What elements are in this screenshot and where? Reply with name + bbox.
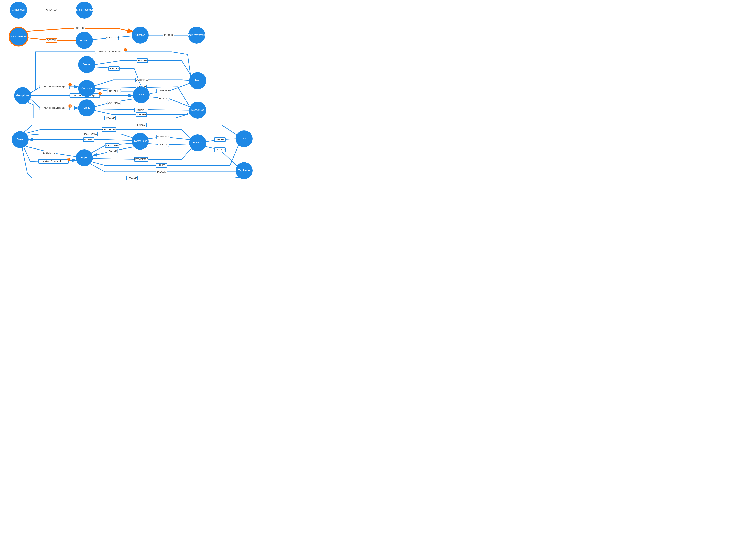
e-mu-mult-cont[interactable]: Multiple Relationships2	[30, 83, 78, 93]
e-tu-mentioned-rt[interactable]: MENTIONED	[148, 135, 190, 140]
e-group-contained[interactable]: CONTAINED	[95, 99, 134, 107]
node-event[interactable]: Event	[189, 72, 206, 89]
svg-point-58	[236, 130, 253, 147]
svg-rect-28	[157, 135, 170, 139]
e-graph-contained[interactable]: CONTAINED	[150, 83, 190, 94]
svg-rect-17	[135, 78, 149, 82]
svg-point-46	[188, 27, 205, 44]
svg-rect-21	[136, 113, 147, 117]
svg-rect-33	[107, 149, 118, 153]
e-tu-posted-rt[interactable]: POSTED	[148, 143, 190, 147]
svg-point-54	[12, 131, 29, 148]
svg-rect-15	[109, 67, 119, 71]
node-twitter_user[interactable]: Twitter:User	[132, 133, 149, 150]
svg-rect-26	[84, 132, 98, 136]
svg-point-52	[189, 72, 206, 89]
svg-rect-31	[214, 148, 225, 152]
node-reply[interactable]: Reply	[76, 149, 93, 166]
e-tu-posted-reply[interactable]: POSTED	[93, 147, 134, 156]
svg-rect-38	[39, 159, 68, 163]
svg-rect-22	[157, 89, 170, 93]
svg-rect-29	[158, 143, 169, 147]
svg-rect-32	[105, 144, 119, 148]
svg-point-42	[76, 2, 93, 19]
node-meetup_user[interactable]: Meetup:User	[14, 87, 31, 104]
svg-rect-30	[214, 138, 225, 142]
svg-rect-19	[107, 101, 121, 105]
svg-rect-13	[105, 116, 116, 120]
svg-rect-27	[83, 138, 94, 142]
e-rt-linked[interactable]: LINKED	[206, 138, 236, 142]
svg-point-44	[76, 32, 93, 49]
svg-rect-16	[107, 89, 121, 93]
svg-rect-7	[40, 85, 70, 89]
node-github_user[interactable]: GitHub:User	[10, 2, 27, 19]
badge	[98, 92, 102, 95]
node-meetup_tag[interactable]: Meetup:Tag	[189, 102, 206, 119]
node-answer[interactable]: Answer	[76, 32, 93, 49]
node-question[interactable]: Question	[132, 27, 149, 44]
node-so_tag[interactable]: StackOverflow:Tag	[187, 27, 207, 44]
e-rt-tagged[interactable]: TAGGED	[205, 146, 238, 167]
svg-rect-23	[158, 97, 169, 101]
node-container[interactable]: Container	[78, 80, 95, 97]
svg-point-48	[78, 56, 95, 73]
svg-rect-35	[156, 163, 167, 167]
svg-rect-3	[106, 36, 119, 40]
badge	[68, 83, 72, 86]
node-tweet[interactable]: Tweet	[12, 131, 29, 148]
svg-rect-0	[46, 8, 57, 12]
badge	[67, 158, 70, 161]
svg-rect-34	[134, 157, 148, 161]
node-twitter_tag[interactable]: Tag:Twitter	[236, 162, 253, 179]
svg-point-56	[132, 133, 149, 150]
svg-point-59	[236, 162, 253, 179]
svg-point-41	[10, 2, 27, 19]
node-github_repo[interactable]: GitHub:Repository	[74, 2, 94, 19]
svg-rect-37	[41, 151, 56, 155]
svg-rect-1	[46, 38, 57, 42]
e-cont-contained-ev[interactable]: CONTAINED	[95, 78, 189, 86]
svg-rect-24	[136, 123, 147, 127]
e-tweet-linked[interactable]: LINKED	[24, 123, 237, 135]
svg-point-45	[132, 27, 149, 44]
svg-rect-4	[163, 33, 174, 37]
e-tweet-replied[interactable]: REPLIED_TO	[26, 146, 76, 157]
svg-point-50	[78, 99, 95, 116]
svg-rect-2	[74, 26, 85, 30]
svg-point-53	[189, 102, 206, 119]
svg-rect-40	[127, 176, 138, 180]
e-tweet-mentioned[interactable]: MENTIONED	[28, 132, 133, 138]
svg-point-47	[14, 87, 31, 104]
e-group-contained-tag[interactable]: CONTAINED	[95, 108, 189, 112]
e-gh-created[interactable]: CREATED	[19, 8, 84, 12]
svg-rect-36	[156, 170, 167, 174]
e-so-posted-q[interactable]: POSTED	[26, 26, 133, 32]
badge	[124, 48, 127, 51]
e-tu-posted-tweet[interactable]: POSTED	[29, 138, 132, 142]
svg-rect-25	[102, 128, 116, 132]
e-mu-tagged[interactable]: TAGGED	[28, 102, 190, 120]
node-link[interactable]: Link	[236, 130, 253, 147]
svg-point-49	[78, 80, 95, 97]
badge	[68, 104, 72, 108]
node-graph[interactable]: Graph	[133, 86, 150, 103]
svg-rect-11	[40, 106, 70, 110]
node-venue[interactable]: Venue	[78, 56, 95, 73]
e-mu-mult-group[interactable]: Multiple Relationships2	[30, 99, 78, 110]
svg-rect-14	[137, 59, 148, 63]
svg-point-57	[189, 134, 206, 151]
svg-rect-5	[95, 50, 125, 54]
node-retweet[interactable]: Retweet	[189, 134, 206, 151]
node-group[interactable]: Group	[78, 99, 95, 116]
svg-point-43	[9, 27, 28, 46]
node-so_user[interactable]: StackOverflow:User	[8, 27, 29, 46]
svg-point-51	[133, 86, 150, 103]
svg-point-55	[76, 149, 93, 166]
svg-rect-20	[134, 108, 148, 112]
e-so-posted-a[interactable]: POSTED	[19, 37, 84, 42]
graph-canvas[interactable]: CREATEDPOSTEDPOSTEDANSWEREDTAGGEDMultipl…	[0, 0, 258, 188]
